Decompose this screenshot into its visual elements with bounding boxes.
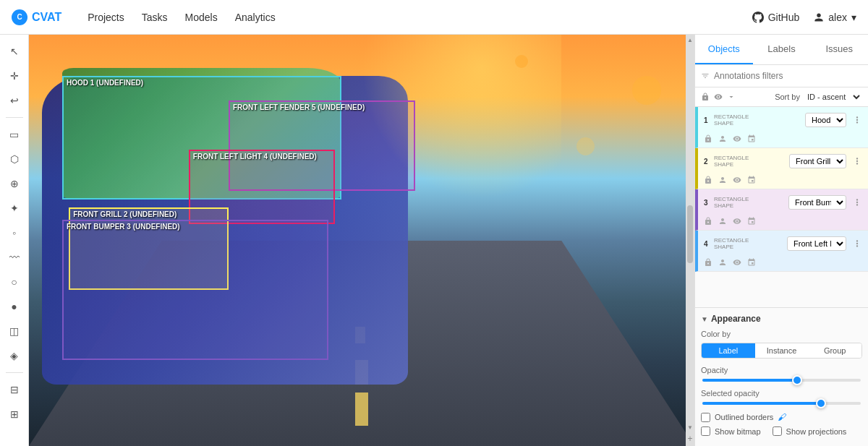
eye-tool-1[interactable] xyxy=(733,134,741,143)
selected-opacity-track[interactable] xyxy=(702,402,861,405)
appearance-header[interactable]: ▼ Appearance xyxy=(701,314,862,324)
person-tool-4[interactable] xyxy=(718,258,727,267)
person-tool-1[interactable] xyxy=(718,134,727,143)
object-label-select-3[interactable]: Front Bumper xyxy=(788,195,846,210)
right-panel: Objects Labels Issues Sort by ID - ascen… xyxy=(694,35,868,446)
nav-right: GitHub alex ▾ xyxy=(752,12,856,23)
magic-wand-tool[interactable]: ✦ xyxy=(4,197,25,219)
point-tool[interactable]: ◦ xyxy=(4,222,25,244)
nav-projects[interactable]: Projects xyxy=(88,9,124,26)
scrollbar[interactable]: ▲ ▼ + xyxy=(686,35,694,446)
object-tools-4 xyxy=(698,257,868,271)
object-label-select-2[interactable]: Front Grill xyxy=(789,154,846,168)
person-tool-2[interactable] xyxy=(718,176,727,184)
canvas-area[interactable]: HOOD 1 (UNDEFINED) FRONT LEFT FENDER 5 (… xyxy=(29,35,694,446)
opacity-track[interactable] xyxy=(702,379,861,382)
object-label-wrap-3: Front Bumper xyxy=(752,195,846,210)
search-area-tool[interactable]: ⊕ xyxy=(4,173,25,194)
pin-tool-4[interactable] xyxy=(747,258,756,267)
object-id-4: 4 xyxy=(704,240,711,248)
nav-tasks[interactable]: Tasks xyxy=(142,9,168,26)
eye-tool-3[interactable] xyxy=(733,217,741,226)
object-header-1: 1 RECTANGLE SHAPE Hood xyxy=(698,107,868,133)
lock-tool-4[interactable] xyxy=(704,258,712,267)
opacity-thumb[interactable] xyxy=(792,375,802,385)
selected-opacity-thumb[interactable] xyxy=(816,398,826,408)
sort-by-label: Sort by xyxy=(775,93,800,101)
color-by-buttons: Label Instance Group xyxy=(701,343,862,359)
selected-opacity-fill xyxy=(702,402,821,405)
color-by-label-btn[interactable]: Label xyxy=(702,343,755,358)
filter-input[interactable] xyxy=(714,71,862,81)
color-by-label: Color by xyxy=(701,330,862,338)
tab-objects[interactable]: Objects xyxy=(695,35,753,64)
polygon-tool[interactable]: ⬡ xyxy=(4,148,25,170)
scroll-thumb[interactable] xyxy=(687,205,693,263)
opacity-label: Opacity xyxy=(701,366,862,374)
object-tools-2 xyxy=(698,174,868,189)
user-menu[interactable]: alex ▾ xyxy=(814,12,856,23)
object-type-4: RECTANGLE SHAPE xyxy=(714,237,749,250)
color-by-instance-btn[interactable]: Instance xyxy=(755,343,809,358)
lock-tool-2[interactable] xyxy=(704,176,712,184)
tab-labels[interactable]: Labels xyxy=(753,35,811,64)
object-item-4: 4 RECTANGLE SHAPE Front Left Light xyxy=(695,231,868,272)
object-id-1: 1 xyxy=(704,116,711,124)
left-toolbar: ↖ ✛ ↩ ▭ ⬡ ⊕ ✦ ◦ 〰 ○ ● ◫ ◈ ⊟ ⊞ xyxy=(0,35,29,446)
lock-tool-1[interactable] xyxy=(704,134,712,143)
lock-tool-3[interactable] xyxy=(704,217,712,226)
object-menu-1[interactable] xyxy=(852,115,862,125)
tab-issues[interactable]: Issues xyxy=(810,35,868,64)
zoom-in[interactable]: + xyxy=(687,434,692,444)
nav-analytics[interactable]: Analytics xyxy=(235,9,276,26)
color-by-group-btn[interactable]: Group xyxy=(808,343,861,358)
scroll-down[interactable]: ▼ xyxy=(687,424,693,431)
topnav: C CVAT Projects Tasks Models Analytics G… xyxy=(0,0,868,35)
object-item-1: 1 RECTANGLE SHAPE Hood xyxy=(695,107,868,148)
tag-tool[interactable]: ◈ xyxy=(4,345,25,366)
cube-tool[interactable]: ◫ xyxy=(4,320,25,342)
object-menu-3[interactable] xyxy=(852,197,862,207)
opacity-slider-wrap xyxy=(701,379,862,382)
show-projections-checkbox[interactable] xyxy=(773,426,782,436)
eye-tool-4[interactable] xyxy=(733,258,741,267)
scroll-up[interactable]: ▲ xyxy=(687,37,693,43)
appearance-chevron: ▼ xyxy=(701,315,708,323)
show-projections-row: Show projections xyxy=(773,426,847,436)
settings-tool-btn[interactable]: ⊞ xyxy=(4,403,25,425)
object-label-select-1[interactable]: Hood xyxy=(805,113,846,127)
github-link[interactable]: GitHub xyxy=(752,12,800,23)
object-header-3: 3 RECTANGLE SHAPE Front Bumper xyxy=(698,189,868,215)
undo-tool[interactable]: ↩ xyxy=(4,90,25,111)
rect-tool[interactable]: ▭ xyxy=(4,124,25,145)
object-label-select-4[interactable]: Front Left Light xyxy=(787,236,846,251)
toolbar-divider-1 xyxy=(6,117,23,118)
github-icon xyxy=(752,12,764,23)
pin-tool-3[interactable] xyxy=(747,217,756,226)
object-menu-2[interactable] xyxy=(852,156,862,166)
filter-icon xyxy=(701,72,710,80)
cursor-tool[interactable]: ↖ xyxy=(4,40,25,62)
object-label-wrap-4: Front Left Light xyxy=(752,236,846,251)
nav-models[interactable]: Models xyxy=(185,9,218,26)
outlined-borders-label: Outlined borders xyxy=(715,413,773,421)
appearance-title: Appearance xyxy=(711,314,761,324)
record-tool[interactable]: ● xyxy=(4,296,25,317)
ellipse-tool[interactable]: ○ xyxy=(4,271,25,293)
eye-tool-2[interactable] xyxy=(733,176,741,184)
show-bitmap-checkbox[interactable] xyxy=(701,426,710,436)
person-tool-3[interactable] xyxy=(718,217,727,226)
object-header-2: 2 RECTANGLE SHAPE Front Grill xyxy=(698,148,868,174)
sort-select[interactable]: ID - ascent ID - descent Label xyxy=(804,92,862,102)
move-tool[interactable]: ✛ xyxy=(4,65,25,87)
pin-tool-2[interactable] xyxy=(747,176,756,184)
sun-rays xyxy=(362,35,561,200)
stack-tool[interactable]: ⊟ xyxy=(4,379,25,400)
filter-bar xyxy=(695,65,868,87)
line-tool[interactable]: 〰 xyxy=(4,246,25,268)
object-menu-4[interactable] xyxy=(852,239,862,249)
pin-tool-1[interactable] xyxy=(747,134,756,143)
outlined-borders-checkbox[interactable] xyxy=(701,413,710,422)
sort-bar: Sort by ID - ascent ID - descent Label xyxy=(695,87,868,107)
object-label-wrap-1: Hood xyxy=(752,113,846,127)
